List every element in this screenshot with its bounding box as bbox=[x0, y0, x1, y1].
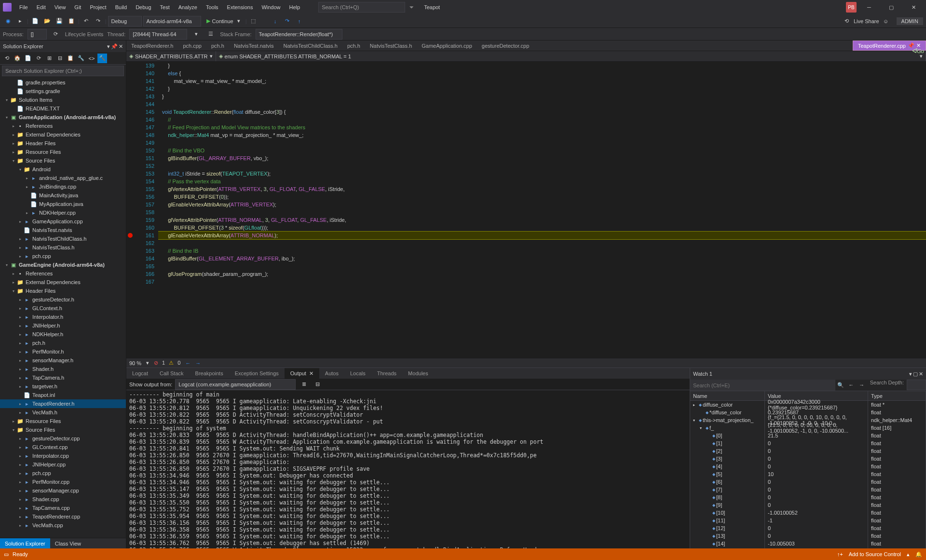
tree-item[interactable]: ▾📁Android bbox=[0, 165, 126, 174]
tree-item[interactable]: ▸▸TeapotRenderer.h bbox=[0, 399, 126, 408]
se-collapse-icon[interactable]: ⊟ bbox=[55, 54, 65, 63]
zoom-level[interactable]: 90 % bbox=[129, 360, 141, 366]
watch-row[interactable]: ▾◆ f_{21.5, 0, 0, 0, 0, 10, 0, 0, 0, 0, … bbox=[690, 424, 926, 432]
output-wrap-icon[interactable]: ⊟ bbox=[312, 379, 323, 390]
tree-item[interactable]: ▸▸pch.cpp bbox=[0, 252, 126, 260]
tree-item[interactable]: ▸▸PerfMonitor.h bbox=[0, 347, 126, 356]
tree-item[interactable]: ▸▸TapCamera.cpp bbox=[0, 504, 126, 512]
menu-file[interactable]: File bbox=[15, 2, 32, 12]
output-tab-modules[interactable]: Modules bbox=[402, 368, 434, 379]
stackframe-dropdown[interactable]: TeapotRenderer::Render(float*) bbox=[256, 29, 342, 40]
output-clear-icon[interactable]: ≣ bbox=[299, 379, 309, 390]
tree-item[interactable]: 📄README.TXT bbox=[0, 104, 126, 113]
nav-member-dropdown[interactable]: ◈enum SHADER_ATTRIBUTES ATTRIB_NORMAL = … bbox=[216, 51, 926, 61]
menu-git[interactable]: Git bbox=[70, 2, 85, 12]
output-content[interactable]: --------- beginning of main 06-03 13:55:… bbox=[126, 390, 690, 548]
tree-item[interactable]: ▸📁Header Files bbox=[0, 139, 126, 148]
se-home-icon[interactable]: 🏠 bbox=[13, 54, 22, 63]
se-filter-icon[interactable]: ⊞ bbox=[44, 54, 54, 63]
doc-tab[interactable]: TeapotRenderer.h bbox=[126, 41, 178, 51]
tree-item[interactable]: ▸▸VecMath.cpp bbox=[0, 521, 126, 530]
se-wrench-icon[interactable]: 🔨 bbox=[97, 54, 107, 63]
se-back-icon[interactable]: ⟲ bbox=[2, 54, 12, 63]
tree-item[interactable]: ▸▸JniBindings.cpp bbox=[0, 182, 126, 191]
tree-item[interactable]: ▸▸sensorManager.cpp bbox=[0, 486, 126, 495]
watch-row[interactable]: ◆ [6]0float bbox=[690, 478, 926, 486]
menu-help[interactable]: Help bbox=[286, 2, 304, 12]
tree-item[interactable]: ▸▸targetver.h bbox=[0, 382, 126, 391]
panel-close-icon[interactable]: ✕ bbox=[119, 43, 123, 50]
step-out-icon[interactable]: ↑ bbox=[294, 16, 304, 27]
nav-back-icon[interactable]: ◉ bbox=[3, 16, 14, 27]
menu-test[interactable]: Test bbox=[156, 2, 174, 12]
tree-item[interactable]: ▸▸GLContext.h bbox=[0, 304, 126, 313]
watch-row[interactable]: ◆ [13]0float bbox=[690, 532, 926, 540]
redo-icon[interactable]: ↷ bbox=[93, 16, 104, 27]
se-sync-icon[interactable]: 📄 bbox=[23, 54, 33, 63]
tree-item[interactable]: ▾📁Solution Items bbox=[0, 96, 126, 104]
watch-row[interactable]: ◆ [4]0float bbox=[690, 463, 926, 470]
menu-edit[interactable]: Edit bbox=[33, 2, 50, 12]
tree-item[interactable]: ▸▸TapCamera.h bbox=[0, 373, 126, 382]
breakpoint-icon[interactable] bbox=[128, 233, 133, 238]
tree-item[interactable]: ▸▸GameApplication.cpp bbox=[0, 217, 126, 226]
menu-window[interactable]: Window bbox=[258, 2, 284, 12]
output-tab-breakpoints[interactable]: Breakpoints bbox=[190, 368, 229, 379]
tree-item[interactable]: 📄Teapot.inl bbox=[0, 391, 126, 399]
menu-extensions[interactable]: Extensions bbox=[223, 2, 257, 12]
watch-col-type[interactable]: Type bbox=[868, 391, 926, 400]
maximize-button[interactable]: ▢ bbox=[882, 0, 901, 14]
tree-item[interactable]: ▾📁Source Files bbox=[0, 156, 126, 165]
se-refresh-icon[interactable]: ⟳ bbox=[34, 54, 43, 63]
tree-item[interactable]: ▸▪References bbox=[0, 269, 126, 278]
user-avatar[interactable]: PB bbox=[846, 2, 857, 13]
tree-item[interactable]: ▸📁Resource Files bbox=[0, 148, 126, 156]
tree-item[interactable]: 📄NatvisTest.natvis bbox=[0, 226, 126, 234]
search-dropdown-icon[interactable]: ⏷ bbox=[409, 4, 414, 10]
tree-item[interactable]: 📄MyApplication.java bbox=[0, 200, 126, 208]
menu-analyze[interactable]: Analyze bbox=[175, 2, 201, 12]
doc-tab[interactable]: NatvisTestChildClass.h bbox=[278, 41, 342, 51]
doc-tab[interactable]: gestureDetector.cpp bbox=[477, 41, 534, 51]
open-icon[interactable]: 📂 bbox=[42, 16, 53, 27]
menu-build[interactable]: Build bbox=[111, 2, 131, 12]
output-source-dropdown[interactable]: Logcat (com.example.gameapplication) bbox=[175, 379, 296, 390]
panel-options-icon[interactable]: ▾ bbox=[107, 43, 110, 50]
tree-item[interactable]: ▸▸VecMath.h bbox=[0, 408, 126, 417]
se-props-icon[interactable]: 🔧 bbox=[76, 54, 86, 63]
tree-item[interactable]: ▾▣GameApplication (Android-arm64-v8a) bbox=[0, 113, 126, 122]
bottom-tab-class-view[interactable]: Class View bbox=[50, 538, 86, 548]
tree-item[interactable]: ▸▸android_native_app_glue.c bbox=[0, 174, 126, 182]
watch-row[interactable]: ◆ [11]-1float bbox=[690, 517, 926, 524]
doc-tab[interactable]: NatvisTest.natvis bbox=[229, 41, 279, 51]
live-share-icon[interactable]: ⟲ bbox=[842, 16, 852, 27]
nav-prev-icon[interactable]: ← bbox=[185, 360, 191, 366]
tree-item[interactable]: ▸▸NatvisTestClass.h bbox=[0, 243, 126, 252]
tree-item[interactable]: ▸▸Interpolator.cpp bbox=[0, 451, 126, 460]
source-control-icon[interactable]: ↑+ bbox=[837, 551, 843, 557]
tree-item[interactable]: 📄gradle.properties bbox=[0, 78, 126, 87]
tree-item[interactable]: ▸▸Interpolator.h bbox=[0, 313, 126, 321]
tree-item[interactable]: ▸▸sensorManager.h bbox=[0, 356, 126, 365]
process-dropdown[interactable]: [] bbox=[27, 29, 47, 40]
undo-icon[interactable]: ↶ bbox=[81, 16, 92, 27]
lifecycle-icon[interactable]: ⟳ bbox=[51, 29, 61, 40]
watch-prev-icon[interactable]: ← bbox=[846, 380, 857, 390]
tree-item[interactable]: ▸▸NDKHelper.h bbox=[0, 330, 126, 339]
doc-tab[interactable]: NatvisTestClass.h bbox=[365, 41, 417, 51]
watch-row[interactable]: ◆ [14]-10.005003float bbox=[690, 540, 926, 547]
output-tab-threads[interactable]: Threads bbox=[371, 368, 402, 379]
watch-row[interactable]: ◆ [12]0float bbox=[690, 524, 926, 532]
save-icon[interactable]: 💾 bbox=[54, 16, 65, 27]
save-all-icon[interactable]: 📋 bbox=[66, 16, 77, 27]
watch-row[interactable]: ◆ [2]0float bbox=[690, 447, 926, 455]
tree-item[interactable]: ▸▸NatvisTestChildClass.h bbox=[0, 234, 126, 243]
menu-tools[interactable]: Tools bbox=[202, 2, 222, 12]
watch-row[interactable]: ◆ [3]0float bbox=[690, 455, 926, 463]
tree-item[interactable]: ▸▸TeapotRenderer.cpp bbox=[0, 512, 126, 521]
tree-item[interactable]: ▸▪References bbox=[0, 122, 126, 130]
tree-item[interactable]: ▸▸JNIHelper.cpp bbox=[0, 460, 126, 469]
doc-tab[interactable]: pch.cpp bbox=[178, 41, 206, 51]
watch-next-icon[interactable]: → bbox=[857, 380, 867, 390]
close-icon[interactable]: ✕ bbox=[309, 370, 313, 377]
